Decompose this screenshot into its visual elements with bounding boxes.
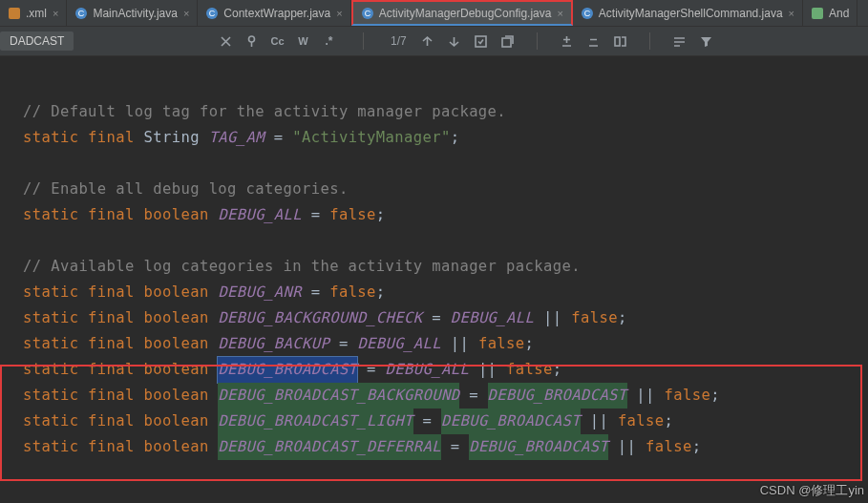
svg-text:C: C	[584, 9, 591, 18]
select-all-icon[interactable]	[474, 34, 488, 49]
in-selection-icon[interactable]	[672, 34, 687, 49]
search-field-icons: Cc W .*	[219, 34, 336, 49]
close-icon[interactable]: ×	[557, 8, 562, 19]
svg-rect-13	[615, 37, 620, 46]
tab-xml[interactable]: .xml ×	[0, 0, 67, 26]
watermark: CSDN @修理工yin	[760, 482, 864, 499]
toggle-selection-icon[interactable]	[613, 34, 627, 49]
find-toolbar: DADCAST Cc W .* 1/7	[0, 27, 868, 56]
java-class-icon: C	[361, 7, 374, 20]
code-line: static final boolean DEBUG_BACKUP = DEBU…	[23, 331, 868, 357]
svg-rect-0	[9, 8, 20, 19]
search-match: DEBUG_BROADCAST	[469, 434, 608, 460]
search-current-match: DEBUG_BROADCAST	[218, 357, 357, 383]
clear-search-icon[interactable]	[219, 34, 233, 49]
code-line: static final boolean DEBUG_BROADCAST_DEF…	[23, 434, 868, 460]
tab-label: ContextWrapper.java	[223, 7, 330, 20]
search-query-chip[interactable]: DADCAST	[0, 31, 74, 51]
pin-icon[interactable]	[244, 34, 259, 49]
close-icon[interactable]: ×	[183, 8, 189, 19]
svg-text:C: C	[364, 9, 370, 18]
tab-overflow[interactable]: And	[803, 0, 857, 26]
close-icon[interactable]: ×	[789, 8, 794, 19]
java-class-icon: C	[581, 7, 594, 20]
resource-file-icon	[811, 7, 824, 20]
remove-selection-icon[interactable]	[586, 34, 601, 49]
search-match: DEBUG_BROADCAST	[488, 383, 627, 409]
prev-match-icon[interactable]	[420, 34, 434, 49]
search-match: DEBUG_BROADCAST_DEFERRAL	[218, 434, 441, 460]
code-line: // Enable all debug log categories.	[23, 177, 868, 202]
code-line	[23, 73, 868, 99]
search-match: DEBUG_BROADCAST_LIGHT	[218, 409, 413, 434]
tab-label: MainActivity.java	[93, 7, 177, 20]
code-editor[interactable]: // Default log tag for the activity mana…	[0, 56, 868, 460]
words-icon[interactable]: W	[296, 34, 310, 49]
filter-icon[interactable]	[699, 34, 713, 49]
tab-label: And	[829, 7, 849, 20]
toolbar-divider	[363, 32, 364, 50]
tab-label: ActivityManagerShellCommand.java	[599, 7, 783, 20]
code-line: // Default log tag for the activity mana…	[23, 99, 868, 125]
match-counter: 1/7	[391, 34, 407, 48]
svg-rect-9	[812, 8, 823, 19]
svg-rect-11	[476, 36, 486, 47]
code-line: static final boolean DEBUG_ALL = false;	[23, 202, 868, 228]
java-class-icon: C	[205, 7, 219, 20]
tab-label: ActivityManagerDebugConfig.java	[379, 7, 552, 20]
search-match: DEBUG_BROADCAST	[441, 409, 581, 434]
add-selection-icon[interactable]	[560, 34, 574, 49]
code-line: static final boolean DEBUG_BROADCAST = D…	[23, 357, 868, 383]
svg-text:C: C	[209, 9, 216, 18]
code-line	[23, 151, 868, 177]
svg-text:C: C	[78, 9, 85, 18]
tab-label: .xml	[26, 7, 47, 20]
code-line: // Available log categories in the activ…	[23, 254, 868, 280]
close-icon[interactable]: ×	[336, 8, 342, 19]
code-line: static final boolean DEBUG_BROADCAST_BAC…	[23, 383, 868, 409]
tab-activitymanagerdebugconfig[interactable]: C ActivityManagerDebugConfig.java ×	[351, 0, 573, 26]
code-line	[23, 228, 868, 254]
match-case-icon[interactable]: Cc	[270, 34, 285, 49]
new-window-icon[interactable]	[500, 34, 515, 49]
tab-mainactivity[interactable]: C MainActivity.java ×	[67, 0, 198, 26]
editor-tabstrip: .xml × C MainActivity.java × C ContextWr…	[0, 0, 868, 27]
search-match: DEBUG_BROADCAST_BACKGROUND	[218, 383, 459, 409]
code-line: static final boolean DEBUG_ANR = false;	[23, 280, 868, 305]
toolbar-divider	[537, 32, 538, 50]
code-line: static final String TAG_AM = "ActivityMa…	[23, 125, 868, 151]
tab-contextwrapper[interactable]: C ContextWrapper.java ×	[198, 0, 350, 26]
code-line: static final boolean DEBUG_BROADCAST_LIG…	[23, 409, 868, 434]
close-icon[interactable]: ×	[53, 8, 58, 19]
next-match-icon[interactable]	[447, 34, 461, 49]
svg-rect-12	[502, 38, 511, 47]
code-line: static final boolean DEBUG_BACKGROUND_CH…	[23, 305, 868, 331]
xml-file-icon	[8, 7, 21, 20]
svg-point-10	[249, 36, 255, 42]
tab-activitymanagershellcommand[interactable]: C ActivityManagerShellCommand.java ×	[573, 0, 803, 26]
java-class-icon: C	[74, 7, 88, 20]
regex-icon[interactable]: .*	[322, 34, 336, 49]
toolbar-divider	[649, 32, 650, 50]
